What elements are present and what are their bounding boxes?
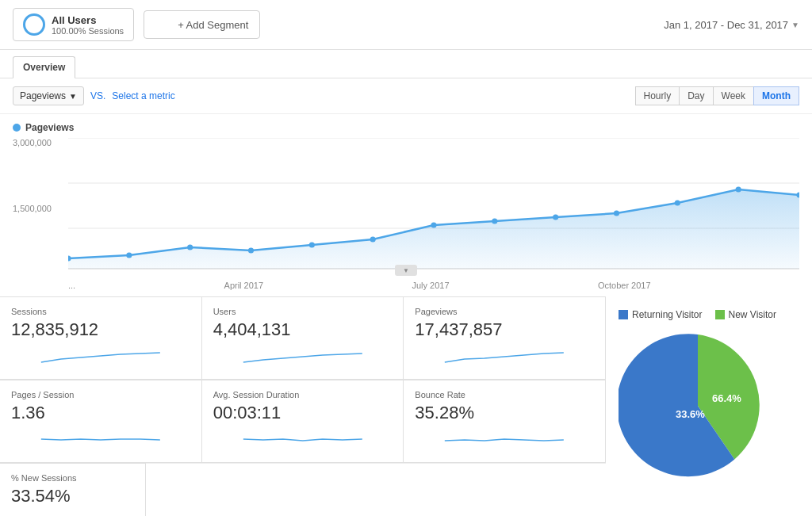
add-segment-icon — [155, 16, 173, 33]
bottom-section: Sessions 12,835,912 Users 4,404,131 Page… — [0, 296, 812, 516]
all-users-segment[interactable]: All Users 100.00% Sessions — [13, 8, 134, 41]
stats-row-3: % New Sessions 33.54% — [0, 463, 606, 516]
stat-value: 12,835,912 — [11, 319, 190, 340]
metric-dropdown[interactable]: Pageviews ▼ — [13, 86, 84, 105]
data-point — [675, 201, 680, 206]
stat-value: 33.54% — [11, 486, 134, 506]
stat-value: 1.36 — [11, 403, 190, 423]
line-chart: 3,000,000 1,500,000 — [13, 138, 799, 296]
stat-users: Users 4,404,131 — [201, 296, 404, 380]
stat-value: 4,404,131 — [213, 319, 393, 340]
legend-returning-label: Returning Visitor — [632, 309, 703, 320]
mini-chart-avg-duration — [213, 428, 393, 450]
time-btn-week[interactable]: Week — [713, 86, 754, 105]
mini-chart-sessions — [11, 345, 190, 367]
legend-new-label: New Visitor — [729, 309, 776, 320]
add-segment-button[interactable]: + Add Segment — [144, 10, 260, 39]
stat-label: Avg. Session Duration — [213, 390, 393, 399]
legend-new: New Visitor — [715, 309, 776, 320]
pie-new-label: 33.6% — [676, 408, 705, 420]
data-point — [736, 187, 741, 193]
add-segment-label: + Add Segment — [178, 19, 248, 31]
x-axis-labels: ... April 2017 July 2017 October 2017 — [68, 274, 799, 296]
data-point — [187, 245, 193, 250]
data-point — [492, 219, 497, 224]
stats-row-2: Pages / Session 1.36 Avg. Session Durati… — [0, 380, 606, 463]
top-bar: All Users 100.00% Sessions + Add Segment… — [0, 0, 812, 50]
mini-chart-pages-session — [11, 428, 190, 450]
legend-dot-pageviews — [13, 124, 21, 132]
metric-label: Pageviews — [20, 90, 66, 101]
data-point — [553, 215, 558, 220]
data-point — [614, 211, 619, 216]
pie-section: Returning Visitor New Visitor 33.6% 66.4… — [606, 296, 812, 500]
y-label-top: 3,000,000 — [13, 138, 68, 147]
segment-title: All Users — [52, 14, 124, 26]
date-range-picker[interactable]: Jan 1, 2017 - Dec 31, 2017 ▼ — [664, 19, 799, 31]
x-label-july: July 2017 — [412, 281, 449, 290]
stat-label: Bounce Rate — [415, 390, 594, 399]
select-metric-link[interactable]: Select a metric — [112, 90, 174, 101]
time-btn-hourly[interactable]: Hourly — [635, 86, 680, 105]
stats-row-1: Sessions 12,835,912 Users 4,404,131 Page… — [0, 296, 606, 380]
chevron-down-icon: ▼ — [791, 21, 799, 29]
x-label-start: ... — [68, 281, 75, 290]
data-point — [248, 248, 254, 254]
chart-controls: Pageviews ▼ VS. Select a metric Hourly D… — [0, 78, 812, 114]
stat-label: Pageviews — [415, 307, 594, 316]
chart-svg-wrapper — [68, 138, 799, 273]
chart-scroll-handle[interactable]: ▼ — [395, 265, 417, 276]
x-label-october: October 2017 — [598, 281, 651, 290]
segment-subtitle: 100.00% Sessions — [52, 26, 124, 36]
x-label-april: April 2017 — [224, 281, 264, 290]
data-point — [309, 243, 315, 248]
time-btn-day[interactable]: Day — [679, 86, 713, 105]
legend-new-color — [715, 310, 725, 319]
stat-value: 00:03:11 — [213, 403, 393, 423]
dropdown-arrow-icon: ▼ — [69, 92, 77, 101]
all-users-icon — [23, 13, 45, 36]
legend-returning-color — [619, 310, 628, 319]
mini-chart-pageviews — [415, 345, 594, 367]
chart-area-fill — [68, 189, 799, 269]
data-point — [431, 223, 436, 228]
stat-sessions: Sessions 12,835,912 — [0, 296, 202, 380]
chart-legend: Pageviews — [13, 122, 799, 133]
mini-chart-new-sessions — [11, 511, 134, 516]
stat-pages-session: Pages / Session 1.36 — [0, 380, 202, 463]
mini-chart-bounce-rate — [415, 428, 594, 450]
y-axis-labels: 3,000,000 1,500,000 — [13, 138, 68, 273]
stat-label: Sessions — [11, 307, 190, 316]
stat-pageviews: Pageviews 17,437,857 — [403, 296, 606, 380]
pie-returning-label: 66.4% — [712, 392, 741, 404]
stat-label: Users — [213, 307, 393, 316]
data-point — [126, 253, 132, 258]
chart-svg — [68, 138, 799, 273]
pie-chart: 33.6% 66.4% — [619, 327, 777, 485]
stat-value: 35.28% — [415, 403, 594, 423]
stat-new-sessions: % New Sessions 33.54% — [0, 463, 146, 516]
time-period-buttons: Hourly Day Week Month — [636, 86, 799, 105]
chart-area: Pageviews 3,000,000 1,500,000 — [0, 114, 812, 296]
stat-label: Pages / Session — [11, 390, 190, 399]
legend-returning: Returning Visitor — [619, 309, 703, 320]
pie-legend: Returning Visitor New Visitor — [619, 309, 799, 320]
stat-bounce-rate: Bounce Rate 35.28% — [403, 380, 606, 463]
date-range-text: Jan 1, 2017 - Dec 31, 2017 — [664, 19, 788, 31]
y-label-mid: 1,500,000 — [13, 204, 68, 213]
mini-chart-users — [213, 345, 393, 367]
stat-avg-duration: Avg. Session Duration 00:03:11 — [201, 380, 404, 463]
time-btn-month[interactable]: Month — [753, 86, 799, 105]
stat-label: % New Sessions — [11, 473, 134, 483]
data-point — [370, 237, 376, 243]
stats-section: Sessions 12,835,912 Users 4,404,131 Page… — [0, 296, 606, 516]
tab-bar: Overview — [0, 50, 812, 78]
stat-value: 17,437,857 — [415, 319, 594, 340]
tab-overview[interactable]: Overview — [13, 56, 75, 78]
legend-label-pageviews: Pageviews — [25, 122, 74, 133]
vs-label: VS. — [90, 90, 105, 101]
